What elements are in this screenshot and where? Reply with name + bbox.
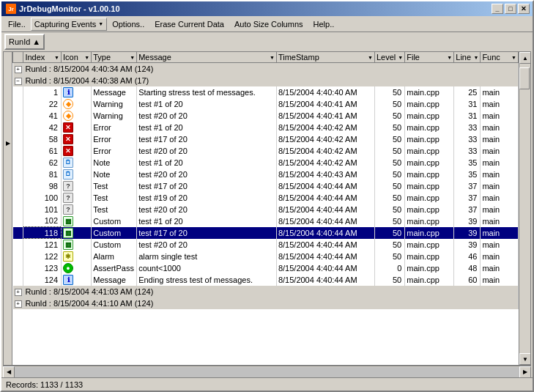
scroll-track[interactable] xyxy=(519,64,530,353)
expand-button[interactable]: + xyxy=(13,297,23,309)
table-row[interactable]: 58✕Errortest #17 of 208/15/2004 4:40:42 … xyxy=(13,133,519,145)
cell-func: main xyxy=(481,122,519,133)
main-window: Jr JrDebugMonitor - v1.00.10 _ □ ✕ File.… xyxy=(0,0,534,392)
scroll-thumb[interactable] xyxy=(519,67,530,89)
menu-help-label: Help.. xyxy=(314,20,335,29)
cell-func: main xyxy=(481,239,519,251)
row-expand-placeholder xyxy=(13,204,23,215)
th-icon[interactable]: Icon ▼ xyxy=(62,52,92,63)
table-row[interactable]: 1ℹMessageStarting stress test of message… xyxy=(13,86,519,98)
cell-line: 35 xyxy=(454,157,481,169)
bottom-scrollbar: ◀ ▶ xyxy=(3,366,531,377)
cell-line: 39 xyxy=(454,239,481,251)
table-row[interactable]: 101?Testtest #20 of 208/15/2004 4:40:44 … xyxy=(13,204,519,215)
table-row[interactable]: 102▦Customtest #1 of 208/15/2004 4:40:44… xyxy=(13,215,519,227)
cell-file: main.cpp xyxy=(405,145,454,157)
table-row[interactable]: 122✱Alarmalarm single test8/15/2004 4:40… xyxy=(13,251,519,262)
cell-index: 22 xyxy=(23,98,62,110)
scroll-down-button[interactable]: ▼ xyxy=(519,353,531,365)
cell-line: 37 xyxy=(454,192,481,204)
group-row[interactable]: +RunId : 8/15/2004 4:41:03 AM (124) xyxy=(13,286,519,297)
th-message[interactable]: Message ▼ xyxy=(137,52,277,63)
group-row[interactable]: +RunId : 8/15/2004 4:41:10 AM (124) xyxy=(13,297,519,309)
th-file[interactable]: File ▼ xyxy=(405,52,454,63)
cell-message: test #20 of 20 xyxy=(137,110,277,122)
cell-line: 33 xyxy=(454,145,481,157)
cell-icon: ✕ xyxy=(62,122,92,133)
menu-erase[interactable]: Erase Current Data xyxy=(149,18,229,31)
cell-message: test #17 of 20 xyxy=(137,133,277,145)
scroll-up-button[interactable]: ▲ xyxy=(519,52,531,64)
cell-level: 0 xyxy=(375,262,405,274)
cell-level: 50 xyxy=(375,110,405,122)
cell-level: 50 xyxy=(375,169,405,180)
row-expand-placeholder xyxy=(13,215,23,227)
expand-button[interactable]: − xyxy=(13,75,23,86)
cell-index: 124 xyxy=(23,274,62,286)
table-row[interactable]: 124ℹMessageEnding stress test of message… xyxy=(13,274,519,286)
table-row[interactable]: 61✕Errortest #20 of 208/15/2004 4:40:42 … xyxy=(13,145,519,157)
cell-level: 50 xyxy=(375,227,405,239)
cell-type: Custom xyxy=(92,239,137,251)
table-row[interactable]: 62🗒Notetest #1 of 208/15/2004 4:40:42 AM… xyxy=(13,157,519,169)
cell-message: test #19 of 20 xyxy=(137,192,277,204)
hscroll-right-button[interactable]: ▶ xyxy=(519,366,531,378)
runid-button[interactable]: RunId ▲ xyxy=(4,34,45,50)
runid-label: RunId xyxy=(9,37,30,46)
cell-timestamp: 8/15/2004 4:40:44 AM xyxy=(276,180,374,192)
table-row[interactable]: 22◆Warningtest #1 of 208/15/2004 4:40:41… xyxy=(13,98,519,110)
cell-func: main xyxy=(481,192,519,204)
maximize-button[interactable]: □ xyxy=(505,4,516,14)
row-expand-placeholder xyxy=(13,180,23,192)
expand-button[interactable]: + xyxy=(13,286,23,297)
resize-arrow-right[interactable]: ▶ xyxy=(6,140,10,147)
group-row[interactable]: −RunId : 8/15/2004 4:40:38 AM (17) xyxy=(13,75,519,86)
table-row[interactable]: 121▦Customtest #20 of 208/15/2004 4:40:4… xyxy=(13,239,519,251)
th-timestamp[interactable]: TimeStamp ▼ xyxy=(276,52,374,63)
menu-autosize[interactable]: Auto Size Columns xyxy=(229,18,308,31)
cell-level: 50 xyxy=(375,239,405,251)
cell-timestamp: 8/15/2004 4:40:44 AM xyxy=(276,227,374,239)
row-expand-placeholder xyxy=(13,122,23,133)
cell-file: main.cpp xyxy=(405,215,454,227)
cell-func: main xyxy=(481,227,519,239)
menu-help[interactable]: Help.. xyxy=(308,18,340,31)
cell-icon: 🗒 xyxy=(62,169,92,180)
th-type[interactable]: Type ▼ xyxy=(92,52,137,63)
table-container[interactable]: Index ▼ Icon ▼ Type xyxy=(12,52,519,365)
cell-line: 60 xyxy=(454,274,481,286)
menu-file[interactable]: File.. xyxy=(3,18,31,31)
cell-message: test #20 of 20 xyxy=(137,204,277,215)
row-expand-placeholder xyxy=(13,145,23,157)
cell-timestamp: 8/15/2004 4:40:44 AM xyxy=(276,239,374,251)
group-row[interactable]: +RunId : 8/15/2004 4:40:34 AM (124) xyxy=(13,63,519,75)
table-row[interactable]: 81🗒Notetest #20 of 208/15/2004 4:40:43 A… xyxy=(13,169,519,180)
table-row[interactable]: 41◆Warningtest #20 of 208/15/2004 4:40:4… xyxy=(13,110,519,122)
hscroll-track[interactable] xyxy=(15,367,519,377)
menu-capturing-events[interactable]: Capturing Events ▼ xyxy=(31,18,107,31)
minimize-button[interactable]: _ xyxy=(492,4,503,14)
table-row[interactable]: 100?Testtest #19 of 208/15/2004 4:40:44 … xyxy=(13,192,519,204)
th-level[interactable]: Level ▼ xyxy=(375,52,405,63)
menu-options[interactable]: Options.. xyxy=(107,18,149,31)
expand-button[interactable]: + xyxy=(13,63,23,75)
cell-level: 50 xyxy=(375,192,405,204)
group-label: RunId : 8/15/2004 4:40:38 AM (17) xyxy=(23,75,519,86)
cell-message: test #1 of 20 xyxy=(137,157,277,169)
close-button[interactable]: ✕ xyxy=(518,4,530,14)
cell-file: main.cpp xyxy=(405,86,454,98)
th-func[interactable]: Func ▼ xyxy=(481,52,519,63)
table-row[interactable]: 118▦Customtest #17 of 208/15/2004 4:40:4… xyxy=(13,227,519,239)
cell-message: test #1 of 20 xyxy=(137,98,277,110)
table-row[interactable]: 123●AssertPasscount<10008/15/2004 4:40:4… xyxy=(13,262,519,274)
table-row[interactable]: 42✕Errortest #1 of 208/15/2004 4:40:42 A… xyxy=(13,122,519,133)
sort-file-icon: ▼ xyxy=(447,55,452,60)
cell-line: 35 xyxy=(454,169,481,180)
th-line[interactable]: Line ▼ xyxy=(454,52,481,63)
main-content: ▶ xyxy=(3,51,531,366)
row-expand-placeholder xyxy=(13,251,23,262)
cell-file: main.cpp xyxy=(405,239,454,251)
table-row[interactable]: 98?Testtest #17 of 208/15/2004 4:40:44 A… xyxy=(13,180,519,192)
hscroll-left-button[interactable]: ◀ xyxy=(3,366,15,378)
th-index[interactable]: Index ▼ xyxy=(23,52,62,63)
